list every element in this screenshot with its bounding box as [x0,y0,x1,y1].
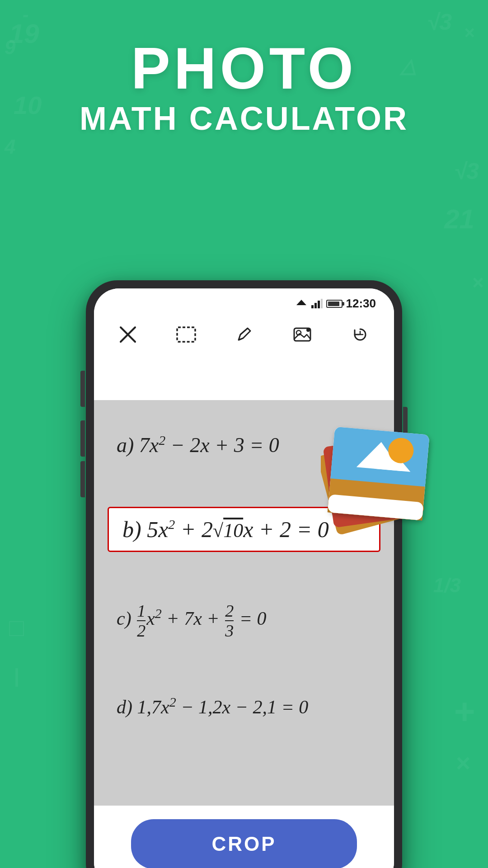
svg-line-20 [240,328,248,335]
image-tool-button[interactable] [291,323,314,346]
equation-a: a) 7x2 − 2x + 3 = 0 [117,434,279,457]
crop-tool-icon [175,326,197,344]
battery-icon [326,300,343,308]
equation-d: d) 1,7x2 − 1,2x − 2,1 = 0 [117,697,308,717]
phone-screen: 12:30 [94,288,394,868]
phone-frame: 12:30 [86,280,402,868]
svg-marker-12 [296,300,306,305]
equation-row-d[interactable]: d) 1,7x2 − 1,2x − 2,1 = 0 [94,685,394,727]
pen-icon [235,326,253,344]
photo-sticker [321,425,447,542]
phone-mockup: 12:30 [68,280,420,868]
app-toolbar [94,314,394,355]
svg-rect-15 [318,301,320,308]
crop-button-area: CROP [94,806,394,868]
equation-b: b) 5x2 + 2√10x + 2 = 0 [122,517,329,542]
svg-rect-13 [311,305,314,308]
viewfinder-area [94,355,394,400]
image-icon [292,326,312,344]
title-line1: PHOTO [0,36,488,101]
pen-tool-button[interactable] [233,323,255,346]
history-icon [351,326,369,344]
status-bar: 12:30 [94,288,394,314]
equation-row-c[interactable]: c) 12x2 + 7x + 23 = 0 [94,593,394,648]
spacer [94,764,394,783]
svg-rect-19 [177,327,195,342]
crop-button[interactable]: CROP [131,819,357,868]
close-icon [119,326,137,344]
svg-rect-16 [321,299,323,308]
crop-tool-button[interactable] [175,323,197,346]
title-line2: MATH CACULATOR [0,101,488,137]
status-time: 12:30 [346,297,376,311]
history-button[interactable] [349,323,371,346]
equation-c: c) 12x2 + 7x + 23 = 0 [117,608,266,629]
svg-rect-14 [314,303,317,308]
close-button[interactable] [117,323,139,346]
wifi-icon [296,299,307,309]
header: PHOTO MATH CACULATOR [0,0,488,137]
svg-point-23 [306,328,310,332]
signal-icon [311,299,323,309]
